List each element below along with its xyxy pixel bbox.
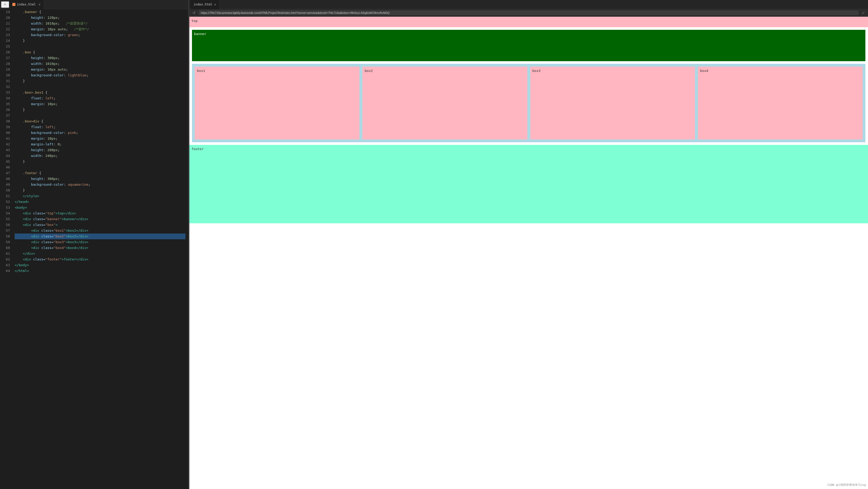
code-line-21: width: 1010px; /*设置快读*/ — [14, 21, 185, 26]
scrollbar[interactable] — [185, 9, 188, 489]
code-line-25 — [14, 44, 185, 50]
code-line-45: } — [14, 159, 185, 164]
preview-box3: box3 — [530, 66, 695, 140]
preview-panel: index.html × ↺ ⤢ top banner box1 box2 bo… — [189, 0, 868, 489]
watermark: CSDN @小明同学帮你学习ing — [827, 483, 866, 487]
code-line-38: .box>div { — [14, 118, 185, 124]
code-line-54: <div class="top">top</div> — [14, 211, 185, 216]
code-line-24: } — [14, 38, 185, 44]
code-line-30: background-color: lightblue; — [14, 72, 185, 78]
preview-tab-label: index.html — [193, 3, 212, 6]
code-line-37 — [14, 113, 185, 118]
code-line-22: margin: 10px auto; /*居中*/ — [14, 26, 185, 32]
code-line-57: <div class="box1">box1</div> — [14, 228, 185, 234]
code-line-46 — [14, 164, 185, 170]
preview-banner: banner — [192, 30, 865, 61]
code-line-32 — [14, 84, 185, 90]
code-line-33: .box>.box1 { — [14, 90, 185, 95]
editor-tab-bar: + index.html × — [0, 0, 188, 9]
code-line-60: <div class="box4">box4</div> — [14, 245, 185, 251]
editor-tab-close[interactable]: × — [38, 2, 40, 6]
preview-address-bar: ↺ ⤢ — [189, 9, 868, 17]
preview-tab-bar: index.html × — [189, 0, 868, 9]
code-line-42: margin-left: 0; — [14, 142, 185, 147]
code-line-34: float: left; — [14, 95, 185, 101]
code-line-55: <div class="banner">banner</div> — [14, 216, 185, 222]
code-line-28: width: 1010px; — [14, 61, 185, 67]
code-line-31: } — [14, 78, 185, 84]
line-numbers: 1920212223242526272829303132333435363738… — [0, 9, 12, 489]
code-line-52: </head> — [14, 199, 185, 205]
tab-file-icon — [12, 3, 16, 6]
code-line-63: </body> — [14, 262, 185, 268]
code-line-40: background-color: pink; — [14, 130, 185, 136]
code-line-27: height: 300px; — [14, 55, 185, 61]
preview-box: box1 box2 box3 box4 — [192, 64, 865, 142]
preview-tab-index-html[interactable]: index.html × — [190, 0, 220, 9]
code-line-39: float: left; — [14, 124, 185, 130]
preview-box1: box1 — [194, 66, 360, 140]
code-line-49: background-color: aquamarine; — [14, 182, 185, 187]
code-line-64: </html> — [14, 268, 185, 274]
code-line-48: height: 300px; — [14, 176, 185, 182]
code-line-62: <div class="footer">footer</div> — [14, 256, 185, 262]
code-line-56: <div class="box"> — [14, 222, 185, 228]
editor-tab-label: index.html — [17, 3, 36, 6]
code-line-41: margin: 10px; — [14, 136, 185, 142]
code-line-36: } — [14, 107, 185, 113]
code-line-47: .footer { — [14, 170, 185, 176]
code-line-23: background-color: green; — [14, 32, 185, 38]
address-input[interactable] — [199, 10, 859, 15]
code-area[interactable]: .banner { height: 120px; width: 1010px; … — [12, 9, 185, 489]
preview-footer: footer — [189, 145, 868, 223]
code-line-20: height: 120px; — [14, 15, 185, 21]
external-link-button[interactable]: ⤢ — [861, 10, 866, 16]
preview-top: top — [189, 17, 868, 27]
refresh-button[interactable]: ↺ — [191, 10, 197, 16]
code-line-35: margin: 10px; — [14, 101, 185, 107]
code-line-50: } — [14, 187, 185, 193]
preview-box2: box2 — [362, 66, 527, 140]
add-tab-button[interactable]: + — [1, 1, 9, 8]
preview-box4: box4 — [698, 66, 863, 140]
editor-tab-index-html[interactable]: index.html × — [9, 0, 44, 9]
preview-content: top banner box1 box2 box3 box4 footer CS… — [189, 17, 868, 489]
editor-panel: + index.html × 1920212223242526272829303… — [0, 0, 188, 489]
editor-content: 1920212223242526272829303132333435363738… — [0, 9, 188, 489]
code-line-51: </style> — [14, 193, 185, 199]
code-line-59: <div class="box3">box3</div> — [14, 239, 185, 245]
code-line-58: <div class="box2">box2</div> — [14, 234, 185, 239]
code-line-61: </div> — [14, 251, 185, 256]
preview-tab-close[interactable]: × — [214, 2, 216, 6]
code-line-43: height: 280px; — [14, 147, 185, 153]
code-line-53: <body> — [14, 205, 185, 211]
code-line-44: width: 240px; — [14, 153, 185, 159]
code-line-19: .banner { — [14, 9, 185, 15]
code-line-29: margin: 10px auto; — [14, 67, 185, 72]
code-line-26: .box { — [14, 50, 185, 55]
